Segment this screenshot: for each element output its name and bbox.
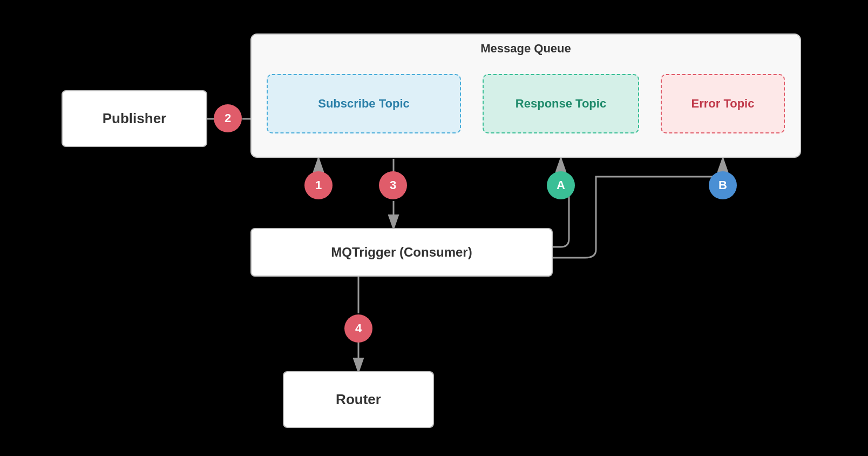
response-topic-label: Response Topic xyxy=(516,97,606,111)
circle-1-label: 1 xyxy=(315,178,322,192)
publisher-box: Publisher xyxy=(62,90,207,147)
subscribe-topic-box: Subscribe Topic xyxy=(267,74,461,133)
response-topic-box: Response Topic xyxy=(483,74,639,133)
publisher-label: Publisher xyxy=(103,110,166,127)
circle-2: 2 xyxy=(214,104,242,132)
circle-1: 1 xyxy=(304,171,333,199)
circle-3-label: 3 xyxy=(390,178,396,192)
circle-4-label: 4 xyxy=(355,321,362,336)
circle-A-label: A xyxy=(557,178,565,192)
circle-B-label: B xyxy=(718,178,727,192)
router-label: Router xyxy=(336,391,381,408)
error-topic-label: Error Topic xyxy=(691,97,755,111)
mqtrigger-label: MQTrigger (Consumer) xyxy=(331,245,472,260)
circle-A: A xyxy=(547,171,575,199)
subscribe-topic-label: Subscribe Topic xyxy=(318,97,410,111)
error-topic-box: Error Topic xyxy=(661,74,785,133)
router-box: Router xyxy=(283,371,434,428)
message-queue-label: Message Queue xyxy=(250,42,801,56)
circle-B: B xyxy=(709,171,737,199)
circle-2-label: 2 xyxy=(225,111,231,125)
diagram-container: Message Queue Subscribe Topic Response T… xyxy=(45,12,823,444)
circle-4: 4 xyxy=(344,314,372,343)
mqtrigger-box: MQTrigger (Consumer) xyxy=(250,228,553,277)
circle-3: 3 xyxy=(379,171,407,199)
